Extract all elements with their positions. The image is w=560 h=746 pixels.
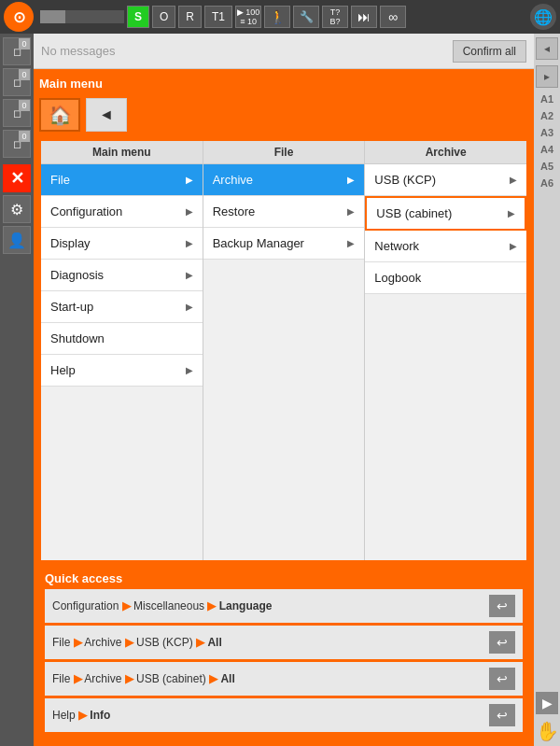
home-button[interactable]: 🏠: [39, 98, 80, 132]
back-button[interactable]: ◄: [86, 98, 127, 132]
person-icon[interactable]: 👤: [3, 226, 31, 254]
menu-item-backup-manager[interactable]: Backup Manager ▶: [203, 228, 365, 260]
tool-button[interactable]: 🔧: [293, 6, 319, 28]
walk-button[interactable]: 🚶: [264, 6, 290, 28]
col1-header: Main menu: [41, 141, 203, 163]
menu-item-usb-kcp[interactable]: USB (KCP) ▶: [365, 164, 526, 196]
menu-columns: File ▶ Configuration ▶ Display ▶ Diagnos…: [41, 164, 526, 560]
globe-button[interactable]: 🌐: [530, 4, 556, 30]
a1-label: A1: [540, 93, 553, 105]
side-btn-3[interactable]: ◻ 0: [3, 99, 31, 127]
toolbar-right: 🌐: [530, 4, 556, 30]
skip-button[interactable]: ⏭: [351, 6, 377, 28]
menu-area: Main menu File Archive File ▶ Configurat…: [39, 139, 528, 562]
side-right-scroll-down[interactable]: ▸: [536, 65, 558, 88]
a4-label: A4: [540, 144, 553, 155]
r-button[interactable]: R: [178, 6, 202, 28]
nav-buttons: 🏠 ◄: [39, 98, 528, 132]
quick-item-info[interactable]: Help ▶ Info ↩: [45, 698, 523, 732]
menu-item-configuration[interactable]: Configuration ▶: [41, 196, 203, 228]
quick-item-usbkcp-text: File ▶ Archive ▶ USB (KCP) ▶ All: [52, 636, 222, 649]
quick-item-usb-kcp[interactable]: File ▶ Archive ▶ USB (KCP) ▶ All ↩: [45, 626, 523, 659]
message-text: No messages: [41, 44, 115, 58]
col2-header: File: [203, 141, 366, 163]
quick-item-usbcab-text: File ▶ Archive ▶ USB (cabinet) ▶ All: [52, 672, 235, 685]
hand-icon: ✋: [536, 720, 559, 742]
menu-header-row: Main menu File Archive: [41, 141, 526, 164]
message-bar: No messages Confirm all: [34, 34, 534, 69]
inf-button[interactable]: ∞: [380, 6, 406, 28]
a6-label: A6: [540, 177, 553, 189]
menu-col-1: File ▶ Configuration ▶ Display ▶ Diagnos…: [41, 164, 203, 560]
help-tb-button[interactable]: T? B?: [322, 6, 348, 28]
menu-item-help[interactable]: Help ▶: [41, 355, 203, 387]
confirm-all-button[interactable]: Confirm all: [453, 40, 526, 63]
close-button[interactable]: ✕: [3, 164, 31, 192]
t1-button[interactable]: T1: [204, 6, 232, 28]
a2-label: A2: [540, 110, 553, 121]
col3-header: Archive: [365, 141, 526, 163]
menu-item-usb-cabinet[interactable]: USB (cabinet) ▶: [365, 196, 526, 231]
menu-item-startup[interactable]: Start-up ▶: [41, 291, 203, 323]
quick-item-config-text: Configuration ▶ Miscellaneous ▶ Language: [52, 599, 272, 612]
menu-item-restore[interactable]: Restore ▶: [203, 196, 365, 228]
panel-title: Main menu: [39, 75, 528, 92]
toolbar-progress: [40, 10, 124, 23]
toolbar: ⊙ S O R T1 ▶ 100 ≡ 10 🚶 🔧 T? B? ⏭ ∞ 🌐: [0, 0, 560, 34]
play-speed-button[interactable]: ▶ 100 ≡ 10: [235, 6, 261, 28]
menu-item-shutdown[interactable]: Shutdown: [41, 323, 203, 355]
menu-col-3: USB (KCP) ▶ USB (cabinet) ▶ Network ▶ Lo…: [365, 164, 526, 560]
quick-access-title: Quick access: [45, 571, 523, 585]
a3-label: A3: [540, 127, 553, 138]
toolbar-progress-bar: [40, 10, 65, 23]
toolbar-logo[interactable]: ⊙: [4, 2, 34, 32]
quick-item-usbcab-btn[interactable]: ↩: [489, 668, 515, 690]
menu-col-2: Archive ▶ Restore ▶ Backup Manager ▶: [203, 164, 366, 560]
quick-item-info-btn[interactable]: ↩: [489, 704, 515, 726]
quick-item-info-text: Help ▶ Info: [52, 709, 110, 722]
quick-item-usbkcp-btn[interactable]: ↩: [489, 631, 515, 654]
quick-access: Quick access Configuration ▶ Miscellaneo…: [39, 568, 528, 740]
s-button[interactable]: S: [127, 6, 149, 28]
menu-item-display[interactable]: Display ▶: [41, 228, 203, 260]
settings-icon[interactable]: ⚙: [3, 195, 31, 223]
quick-item-configuration[interactable]: Configuration ▶ Miscellaneous ▶ Language…: [45, 589, 523, 623]
quick-item-usb-cabinet[interactable]: File ▶ Archive ▶ USB (cabinet) ▶ All ↩: [45, 662, 523, 696]
quick-item-config-btn[interactable]: ↩: [489, 595, 515, 617]
main-content: No messages Confirm all Main menu 🏠 ◄ Ma…: [34, 34, 534, 746]
side-btn-1[interactable]: ◻ 0: [3, 37, 31, 65]
side-btn-4[interactable]: ◻ 0: [3, 130, 31, 158]
a5-label: A5: [540, 161, 553, 172]
menu-item-archive[interactable]: Archive ▶: [203, 164, 365, 196]
side-left-panel: ◻ 0 ◻ 0 ◻ 0 ◻ 0 ✕ ⚙ 👤: [0, 34, 34, 746]
menu-item-file[interactable]: File ▶: [41, 164, 203, 196]
menu-item-diagnosis[interactable]: Diagnosis ▶: [41, 260, 203, 291]
side-btn-2[interactable]: ◻ 0: [3, 68, 31, 96]
o-button[interactable]: O: [152, 6, 175, 28]
menu-item-network[interactable]: Network ▶: [365, 231, 526, 262]
side-right-arrow[interactable]: ▶: [536, 692, 558, 714]
side-right-scroll-up[interactable]: ◂: [536, 37, 558, 60]
menu-item-logbook[interactable]: Logbook: [365, 262, 526, 294]
side-right-panel: ◂ ▸ A1 A2 A3 A4 A5 A6 ▶ ✋: [534, 34, 560, 746]
orange-panel: Main menu 🏠 ◄ Main menu File Archive Fil…: [34, 69, 534, 746]
